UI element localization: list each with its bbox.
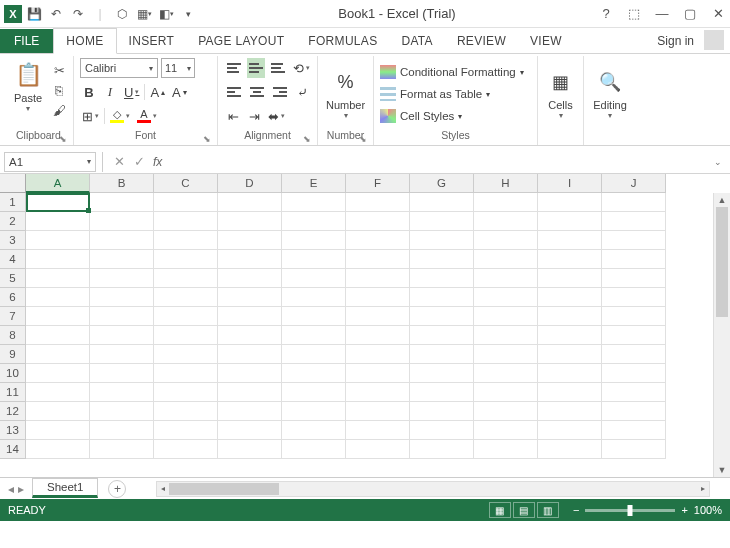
cell[interactable]	[218, 326, 282, 345]
cell[interactable]	[218, 250, 282, 269]
decrease-indent-icon[interactable]: ⇤	[224, 106, 242, 126]
cell[interactable]	[218, 193, 282, 212]
cell[interactable]	[474, 269, 538, 288]
ribbon-display-icon[interactable]: ⬚	[626, 6, 642, 22]
cell[interactable]	[90, 193, 154, 212]
cell[interactable]	[474, 383, 538, 402]
align-top-icon[interactable]	[224, 58, 244, 78]
format-painter-icon[interactable]: 🖌	[50, 102, 68, 118]
cell[interactable]	[410, 288, 474, 307]
cell[interactable]	[410, 364, 474, 383]
cell[interactable]	[282, 402, 346, 421]
cancel-formula-icon[interactable]: ✕	[109, 154, 129, 169]
cell-styles-button[interactable]: Cell Styles▾	[380, 106, 462, 126]
cell[interactable]	[218, 212, 282, 231]
cell[interactable]	[538, 383, 602, 402]
zoom-out-icon[interactable]: −	[573, 504, 579, 516]
cell[interactable]	[26, 288, 90, 307]
qat-icon[interactable]: ⬡	[114, 6, 130, 22]
paste-button[interactable]: 📋 Paste ▾	[10, 58, 46, 115]
bold-button[interactable]: B	[80, 82, 98, 102]
cell[interactable]	[154, 269, 218, 288]
align-middle-icon[interactable]	[247, 58, 265, 78]
cell[interactable]	[346, 383, 410, 402]
cell[interactable]	[282, 364, 346, 383]
cell[interactable]	[26, 307, 90, 326]
column-header[interactable]: F	[346, 174, 410, 193]
cell[interactable]	[602, 288, 666, 307]
cell[interactable]	[410, 383, 474, 402]
qat-icon[interactable]: ▦▾	[136, 6, 152, 22]
cell[interactable]	[346, 307, 410, 326]
cell[interactable]	[474, 345, 538, 364]
copy-icon[interactable]: ⎘	[50, 82, 68, 98]
cell[interactable]	[602, 345, 666, 364]
cell[interactable]	[90, 269, 154, 288]
column-header[interactable]: E	[282, 174, 346, 193]
new-sheet-button[interactable]: +	[108, 480, 126, 498]
cell[interactable]	[26, 440, 90, 459]
cell[interactable]	[218, 288, 282, 307]
cell[interactable]	[474, 440, 538, 459]
sheet-nav-next-icon[interactable]: ▸	[18, 482, 24, 496]
cell[interactable]	[410, 440, 474, 459]
wrap-text-icon[interactable]: ⤶	[293, 82, 311, 102]
align-right-icon[interactable]	[270, 82, 290, 102]
conditional-formatting-button[interactable]: Conditional Formatting▾	[380, 62, 524, 82]
cell[interactable]	[602, 212, 666, 231]
tab-review[interactable]: REVIEW	[445, 29, 518, 53]
qat-customize-icon[interactable]: ▾	[180, 6, 196, 22]
cell[interactable]	[538, 193, 602, 212]
tab-formulas[interactable]: FORMULAS	[296, 29, 389, 53]
align-center-icon[interactable]	[247, 82, 267, 102]
tab-home[interactable]: HOME	[53, 28, 116, 54]
scroll-right-icon[interactable]: ▸	[697, 482, 709, 496]
cell[interactable]	[410, 250, 474, 269]
cell[interactable]	[410, 231, 474, 250]
cell[interactable]	[26, 345, 90, 364]
cell[interactable]	[90, 212, 154, 231]
cell[interactable]	[154, 250, 218, 269]
cell[interactable]	[26, 193, 90, 212]
scroll-down-icon[interactable]: ▼	[714, 463, 730, 477]
cell[interactable]	[154, 307, 218, 326]
cell[interactable]	[538, 269, 602, 288]
cell[interactable]	[154, 383, 218, 402]
cell[interactable]	[410, 269, 474, 288]
cell[interactable]	[410, 307, 474, 326]
cell[interactable]	[90, 402, 154, 421]
cell[interactable]	[154, 231, 218, 250]
cell[interactable]	[346, 231, 410, 250]
cell[interactable]	[602, 231, 666, 250]
cell[interactable]	[90, 364, 154, 383]
cell[interactable]	[474, 421, 538, 440]
row-header[interactable]: 5	[0, 269, 26, 288]
horizontal-scrollbar[interactable]: ◂ ▸	[156, 481, 710, 497]
undo-icon[interactable]: ↶	[48, 6, 64, 22]
cell[interactable]	[26, 269, 90, 288]
cell[interactable]	[218, 307, 282, 326]
row-header[interactable]: 10	[0, 364, 26, 383]
select-all-corner[interactable]	[0, 174, 26, 193]
column-header[interactable]: B	[90, 174, 154, 193]
cell[interactable]	[538, 212, 602, 231]
font-color-button[interactable]: A▾	[135, 106, 159, 126]
row-header[interactable]: 12	[0, 402, 26, 421]
row-header[interactable]: 3	[0, 231, 26, 250]
cell[interactable]	[346, 440, 410, 459]
cell[interactable]	[602, 193, 666, 212]
cell[interactable]	[154, 212, 218, 231]
cell[interactable]	[346, 269, 410, 288]
cell[interactable]	[90, 250, 154, 269]
merge-center-icon[interactable]: ⬌▾	[266, 106, 287, 126]
cell[interactable]	[474, 307, 538, 326]
number-launcher-icon[interactable]: ⬊	[359, 134, 367, 144]
redo-icon[interactable]: ↷	[70, 6, 86, 22]
cut-icon[interactable]: ✂	[50, 62, 68, 78]
cell[interactable]	[90, 288, 154, 307]
cell[interactable]	[474, 212, 538, 231]
cell[interactable]	[346, 345, 410, 364]
tab-file[interactable]: FILE	[0, 29, 53, 53]
increase-font-icon[interactable]: A▴	[148, 82, 167, 102]
number-format-button[interactable]: % Number ▾	[322, 65, 369, 122]
